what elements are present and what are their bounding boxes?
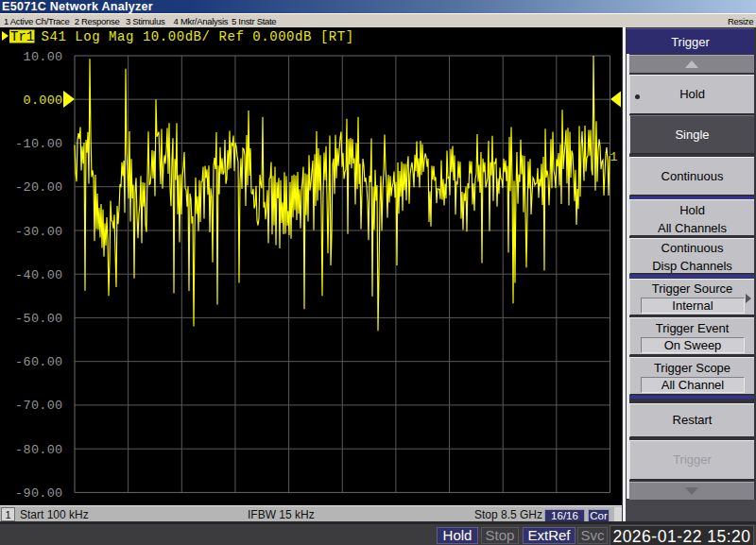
svg-text:-90.00: -90.00 <box>15 486 62 501</box>
svg-text:S41 Log Mag 10.00dB/ Ref 0.000: S41 Log Mag 10.00dB/ Ref 0.000dB [RT] <box>42 29 354 44</box>
svg-text:10.00: 10.00 <box>23 50 62 64</box>
svg-text:Tr1: Tr1 <box>10 29 34 44</box>
svg-text:-70.00: -70.00 <box>15 399 62 413</box>
svg-text:-60.00: -60.00 <box>15 355 62 369</box>
svg-text:-50.00: -50.00 <box>15 312 62 326</box>
svg-text:-20.00: -20.00 <box>15 180 62 195</box>
svg-text:1: 1 <box>610 150 618 164</box>
svg-text:-30.00: -30.00 <box>15 225 62 239</box>
svg-text:0.000: 0.000 <box>23 94 62 108</box>
svg-text:-40.00: -40.00 <box>15 268 62 282</box>
svg-text:-10.00: -10.00 <box>15 137 62 151</box>
svg-text:-80.00: -80.00 <box>15 443 62 457</box>
